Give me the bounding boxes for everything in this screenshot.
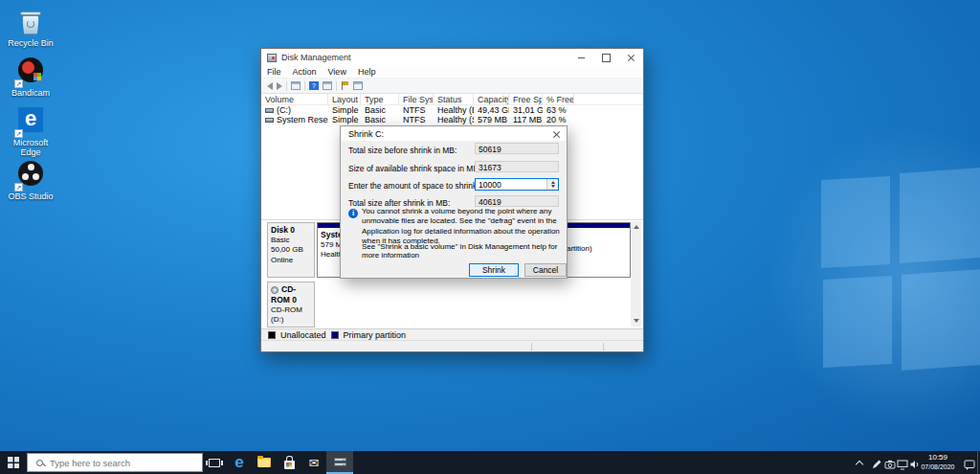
scroll-down-icon[interactable] <box>634 319 639 323</box>
field-value-total-after: 40619 <box>475 195 559 207</box>
forward-icon[interactable] <box>277 82 282 90</box>
task-view-icon <box>209 459 220 467</box>
column-pct-free[interactable]: % Free <box>543 94 574 104</box>
tray-network-icon[interactable] <box>897 457 908 468</box>
column-type[interactable]: Type <box>361 94 399 104</box>
taskbar-clock[interactable]: 10:59 07/08/2020 <box>915 453 961 472</box>
flag-icon[interactable] <box>341 81 349 90</box>
dialog-title: Shrink C: <box>348 129 384 139</box>
menu-action[interactable]: Action <box>287 67 323 77</box>
desktop-icon-obs-studio[interactable]: OBS Studio <box>4 159 57 201</box>
volume-status: Healthy (B... <box>434 105 474 115</box>
volume-row-c[interactable]: (C:) Simple Basic NTFS Healthy (B... 49,… <box>261 105 643 115</box>
maximize-button[interactable] <box>593 49 618 66</box>
column-file-system[interactable]: File System <box>399 94 434 104</box>
chevron-up-icon <box>856 461 863 468</box>
taskbar-file-explorer-button[interactable] <box>252 451 277 474</box>
column-free-space[interactable]: Free Spa... <box>509 94 543 104</box>
volume-list-header: Volume Layout Type File System Status Ca… <box>261 94 643 105</box>
windows-logo-pane <box>902 269 980 371</box>
volume-pct-free: 20 % <box>543 115 574 124</box>
volume-name: (C:) <box>277 105 291 115</box>
file-explorer-icon <box>257 458 271 467</box>
cdrom-label-box[interactable]: CD-ROM 0 CD-ROM (D:) No Media <box>267 282 315 327</box>
panel-icon[interactable] <box>353 81 363 90</box>
info-icon <box>348 209 358 218</box>
volume-capacity: 49,43 GB <box>474 105 509 115</box>
obs-studio-icon <box>16 161 45 190</box>
console-window-icon[interactable] <box>291 81 301 90</box>
field-label-total-before: Total size before shrink in MB: <box>348 146 457 155</box>
start-button[interactable] <box>8 457 19 468</box>
status-bar <box>261 340 643 351</box>
spinner-control[interactable] <box>546 179 558 190</box>
windows-logo-pane <box>821 176 890 268</box>
unallocated-swatch <box>268 331 276 339</box>
field-value-available-space: 31673 <box>475 161 559 172</box>
primary-partition-swatch <box>331 331 339 339</box>
taskbar-edge-button[interactable] <box>227 451 252 474</box>
volume-icon <box>265 118 274 123</box>
volume-fs: NTFS <box>399 115 434 124</box>
bandicam-icon <box>16 57 45 86</box>
menu-help[interactable]: Help <box>352 67 382 77</box>
column-volume[interactable]: Volume <box>261 94 328 104</box>
volume-capacity: 579 MB <box>474 115 509 124</box>
volume-type: Basic <box>361 105 399 115</box>
task-view-button[interactable] <box>202 451 227 474</box>
help-icon[interactable] <box>309 81 319 90</box>
dialog-close-button[interactable] <box>546 126 567 141</box>
shrink-button[interactable]: Shrink <box>469 263 519 277</box>
minimize-button[interactable] <box>568 49 593 66</box>
tray-camera-icon[interactable] <box>884 457 896 468</box>
edge-icon <box>16 107 45 136</box>
desktop-icon-label: Bandicam <box>4 88 57 98</box>
taskbar-disk-management-button[interactable] <box>326 451 353 474</box>
search-icon <box>36 460 43 466</box>
graph-scrollbar[interactable] <box>631 221 641 327</box>
column-status[interactable]: Status <box>434 94 474 104</box>
desktop-icon-microsoft-edge[interactable]: Microsoft Edge <box>4 105 57 158</box>
desktop-icon-label: Recycle Bin <box>4 38 57 48</box>
disk0-label-box[interactable]: Disk 0 Basic 50,00 GB Online <box>267 222 315 278</box>
taskbar-search[interactable] <box>27 453 203 472</box>
close-icon <box>627 54 635 61</box>
volume-pct-free: 63 % <box>543 105 574 115</box>
desktop-icon-label: OBS Studio <box>4 192 57 201</box>
volume-name: System Reserved <box>277 115 328 124</box>
volume-status: Healthy (S... <box>434 115 474 124</box>
taskbar-mail-button[interactable] <box>301 451 326 474</box>
legend-bar: Unallocated Primary partition <box>261 328 643 340</box>
store-icon <box>284 461 295 469</box>
volume-layout: Simple <box>328 115 361 124</box>
column-capacity[interactable]: Capacity <box>474 94 509 104</box>
desktop-icon-bandicam[interactable]: Bandicam <box>4 56 57 98</box>
windows-logo-pane <box>823 276 892 368</box>
shrink-help-text: See "Shrink a basic volume" in Disk Mana… <box>362 242 561 260</box>
volume-row-system-reserved[interactable]: System Reserved Simple Basic NTFS Health… <box>261 115 643 124</box>
scroll-up-icon[interactable] <box>634 225 639 229</box>
menu-view[interactable]: View <box>323 67 352 77</box>
column-layout[interactable]: Layout <box>328 94 361 104</box>
properties-icon[interactable] <box>323 81 332 90</box>
back-icon[interactable] <box>267 82 273 90</box>
legend-primary-partition: Primary partition <box>344 330 407 340</box>
tray-expand-button[interactable] <box>857 459 868 470</box>
close-button[interactable] <box>618 49 643 66</box>
field-label-available-space: Size of available shrink space in MB: <box>348 164 480 173</box>
desktop-icon-recycle-bin[interactable]: Recycle Bin <box>4 8 57 48</box>
menu-file[interactable]: File <box>261 67 287 77</box>
action-center-button[interactable] <box>964 457 975 468</box>
amount-to-shrink-input[interactable]: 10000 <box>475 178 559 191</box>
menu-bar: File Action View Help <box>261 66 643 79</box>
volume-layout: Simple <box>328 105 361 115</box>
taskbar-store-button[interactable] <box>277 451 301 474</box>
windows-logo-pane <box>900 168 980 263</box>
cancel-button[interactable]: Cancel <box>524 263 567 277</box>
dialog-titlebar[interactable]: Shrink C: <box>341 126 567 141</box>
tray-pen-icon[interactable] <box>871 457 882 468</box>
search-input[interactable] <box>50 458 174 468</box>
taskbar: 10:59 07/08/2020 <box>0 451 980 474</box>
volume-fs: NTFS <box>399 105 434 115</box>
disk0-status: Online <box>271 256 311 265</box>
